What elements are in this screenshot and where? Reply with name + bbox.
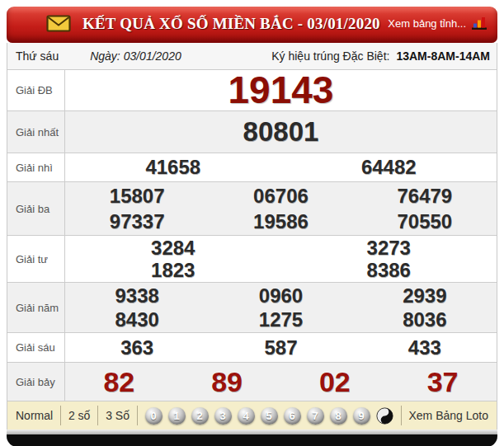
prize-row-third: Giải ba 15807 06706 76479 97337 19586 70… [7, 182, 497, 236]
digit-ball-6[interactable]: 6 [284, 407, 301, 425]
prize-number: 80801 [65, 112, 497, 152]
prize-label: Giải nhì [7, 153, 65, 181]
header-bar: KẾT QUẢ XỔ SỐ MIỀN BẮC - 03/01/2020 Xem … [7, 7, 497, 43]
prize-number: 8036 [353, 308, 497, 331]
prize-number: 1823 [65, 259, 281, 281]
separator [401, 406, 402, 425]
results-table: Thứ sáu Ngày: 03/01/2020 Ký hiệu trúng Đ… [7, 43, 497, 430]
prize-label: Giải ba [7, 182, 65, 235]
prize-number: 02 [281, 364, 389, 400]
prize-number: 19586 [209, 209, 352, 234]
separator [137, 406, 138, 425]
prize-number: 3284 [65, 237, 281, 259]
prize-number: 41658 [65, 154, 281, 181]
prize-label: Giải bảy [7, 363, 65, 401]
digit-ball-2[interactable]: 2 [191, 407, 209, 425]
special-symbol-value: 13AM-8AM-14AM [396, 49, 490, 63]
prize-number: 70550 [353, 209, 497, 234]
prize-number: 64482 [281, 154, 497, 181]
info-row: Thứ sáu Ngày: 03/01/2020 Ký hiệu trúng Đ… [7, 43, 497, 70]
prize-number: 82 [65, 364, 173, 400]
prize-number: 8430 [65, 308, 209, 331]
mode-3-digits[interactable]: 3 Số [106, 409, 130, 422]
prize-number: 587 [209, 334, 352, 361]
weekday-label: Thứ sáu [16, 49, 59, 63]
prize-number: 37 [389, 364, 497, 400]
prize-row-sixth: Giải sáu 363 587 433 [7, 333, 497, 363]
mode-normal[interactable]: Normal [16, 409, 53, 422]
prize-label: Giải năm [7, 283, 65, 332]
prize-label: Giải tư [7, 236, 65, 282]
yin-yang-icon[interactable] [376, 407, 393, 425]
prize-row-first: Giải nhất 80801 [7, 111, 497, 153]
page-title: KẾT QUẢ XỔ SỐ MIỀN BẮC - 03/01/2020 [82, 15, 380, 33]
digit-ball-0[interactable]: 0 [145, 407, 163, 425]
prize-row-fourth: Giải tư 3284 3273 1823 8386 [7, 236, 497, 283]
digit-ball-7[interactable]: 7 [307, 407, 324, 425]
separator [97, 406, 98, 425]
prize-label: Giải sáu [7, 333, 65, 362]
bar-chart-icon[interactable] [471, 16, 488, 31]
prize-number: 9338 [65, 284, 209, 308]
digit-ball-1[interactable]: 1 [168, 407, 186, 425]
prize-number: 89 [173, 364, 281, 400]
view-provinces-link[interactable]: Xem bảng tỉnh... [388, 17, 466, 30]
prize-row-second: Giải nhì 41658 64482 [7, 153, 497, 182]
separator [60, 406, 61, 425]
prize-number: 2939 [353, 284, 497, 308]
prize-number: 97337 [65, 209, 209, 234]
digit-ball-5[interactable]: 5 [261, 407, 278, 425]
digit-ball-9[interactable]: 9 [353, 407, 370, 425]
prize-number: 433 [353, 334, 497, 361]
prize-number: 363 [65, 334, 209, 361]
prize-number: 3273 [281, 237, 497, 259]
footer-toolbar: Normal 2 số 3 Số 0 1 2 3 4 5 6 7 8 9 [7, 401, 497, 430]
prize-number: 06706 [209, 183, 352, 209]
lottery-result-widget: KẾT QUẢ XỔ SỐ MIỀN BẮC - 03/01/2020 Xem … [7, 7, 497, 446]
mode-2-digits[interactable]: 2 số [68, 409, 90, 422]
digit-ball-4[interactable]: 4 [238, 407, 255, 425]
view-loto-board-link[interactable]: Xem Bảng Loto [408, 409, 488, 422]
bottom-black-cap [7, 434, 497, 446]
digit-ball-8[interactable]: 8 [330, 407, 347, 425]
prize-number: 76479 [353, 183, 497, 209]
prize-number: 19143 [65, 71, 497, 110]
date-label: Ngày: 03/01/2020 [90, 49, 181, 63]
prize-row-special: Giải ĐB 19143 [7, 70, 497, 111]
prize-label: Giải nhất [7, 111, 65, 153]
prize-row-seventh: Giải bảy 82 89 02 37 [7, 363, 497, 401]
prize-number: 8386 [281, 259, 497, 281]
special-symbol-label: Ký hiệu trúng Đặc Biệt: [271, 49, 389, 63]
prize-number: 15807 [65, 183, 209, 209]
prize-row-fifth: Giải năm 9338 0960 2939 8430 1275 8036 [7, 283, 497, 333]
prize-number: 1275 [209, 308, 352, 331]
digit-ball-3[interactable]: 3 [214, 407, 232, 425]
envelope-icon [46, 15, 71, 32]
prize-label: Giải ĐB [7, 70, 65, 110]
prize-number: 0960 [209, 284, 352, 308]
digit-filter-balls: 0 1 2 3 4 5 6 7 8 9 [145, 407, 393, 425]
